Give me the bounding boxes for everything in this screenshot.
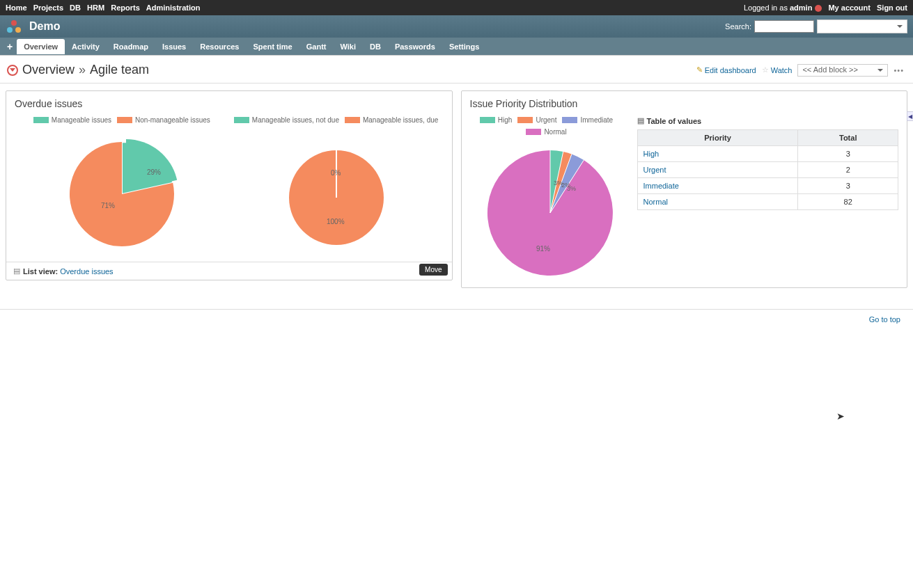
tab-overview[interactable]: Overview <box>17 39 65 54</box>
project-select-value: Demo <box>820 21 841 29</box>
legend-label: Manageable issues <box>52 116 111 124</box>
list-view-label: List view: <box>23 267 58 276</box>
list-icon: ▤ <box>13 267 20 276</box>
table-header-total: Total <box>798 130 898 146</box>
watch-link[interactable]: ☆Watch <box>762 65 793 74</box>
search-label: Search: <box>725 22 751 31</box>
pie-slice-label: 71% <box>101 202 115 209</box>
priority-link-normal[interactable]: Normal <box>643 198 668 206</box>
dashboard-col-left: Overdue issues Manageable issues Non-man… <box>6 90 453 295</box>
svg-point-2 <box>15 27 21 33</box>
project-select[interactable]: Demo <box>817 19 907 33</box>
priority-link-immediate[interactable]: Immediate <box>643 182 679 190</box>
legend-label: Normal <box>544 128 566 136</box>
nav-sign-out[interactable]: Sign out <box>877 3 907 12</box>
new-item-button[interactable]: + <box>3 40 17 54</box>
priority-pie-chart: 3% 2% 3% 91% <box>470 140 623 279</box>
nav-hrm[interactable]: HRM <box>87 3 104 12</box>
legend-label: Manageable issues, due <box>363 116 438 124</box>
legend-label: High <box>498 116 513 124</box>
nav-db[interactable]: DB <box>70 3 81 12</box>
tab-passwords[interactable]: Passwords <box>388 39 442 54</box>
priority-total: 82 <box>798 194 898 210</box>
table-row: Immediate 3 <box>637 178 898 194</box>
tab-spent-time[interactable]: Spent time <box>247 39 299 54</box>
tab-wiki[interactable]: Wiki <box>333 39 363 54</box>
sidebar-collapse-handle[interactable]: ◀ <box>907 111 913 121</box>
pie-slice-label: 91% <box>536 245 550 253</box>
pie-slice-label: 3% <box>567 185 576 192</box>
priority-values-table: Priority Total High 3 Urgent 2 <box>637 129 899 210</box>
swatch-orange-icon <box>117 117 132 123</box>
admin-badge-icon <box>815 5 822 12</box>
legend-label: Immediate <box>580 116 613 124</box>
tab-settings[interactable]: Settings <box>442 39 486 54</box>
priority-legend-row2: Normal <box>470 128 623 136</box>
svg-point-1 <box>7 27 13 33</box>
watch-label: Watch <box>771 66 793 74</box>
nav-home[interactable]: Home <box>6 3 27 12</box>
priority-block-title: Issue Priority Distribution <box>462 91 907 113</box>
star-icon: ☆ <box>762 65 769 74</box>
priority-pie-container: High Urgent Immediate Normal <box>470 116 623 279</box>
edit-dashboard-label: Edit dashboard <box>705 66 756 74</box>
search-input[interactable] <box>754 20 814 33</box>
nav-projects[interactable]: Projects <box>33 3 63 12</box>
pie-slice-label: 0% <box>331 169 341 177</box>
pencil-icon: ✎ <box>696 65 703 74</box>
pie-slice-label: 100% <box>327 218 345 225</box>
priority-link-high[interactable]: High <box>643 150 660 158</box>
collapse-icon[interactable] <box>7 65 18 76</box>
nav-administration[interactable]: Administration <box>146 3 201 12</box>
breadcrumb-leaf: Agile team <box>90 63 149 77</box>
tab-resources[interactable]: Resources <box>193 39 246 54</box>
swatch-green-icon <box>234 117 249 123</box>
more-actions-icon[interactable]: ••• <box>894 66 904 74</box>
overdue-block-title: Overdue issues <box>6 91 452 113</box>
tab-gantt[interactable]: Gantt <box>299 39 334 54</box>
overdue-pie-manageability: Manageable issues Non-manageable issues <box>15 116 229 253</box>
priority-total: 3 <box>798 178 898 194</box>
nav-reports[interactable]: Reports <box>111 3 140 12</box>
dashboard-col-right: Issue Priority Distribution High Urgent … <box>461 90 908 295</box>
table-row: Normal 82 <box>637 194 898 210</box>
swatch-pink-icon <box>526 129 541 135</box>
overdue-pie2-chart: 0% 100% <box>267 128 406 253</box>
tab-issues[interactable]: Issues <box>155 39 193 54</box>
table-header-priority: Priority <box>637 130 798 146</box>
overdue-pie1-chart: 29% 71% <box>52 128 192 253</box>
move-button[interactable]: Move <box>419 264 447 276</box>
dashboard: Overdue issues Manageable issues Non-man… <box>0 90 913 295</box>
edit-dashboard-link[interactable]: ✎Edit dashboard <box>696 65 756 74</box>
legend-label: Non-manageable issues <box>135 116 210 124</box>
table-of-values-label: Table of values <box>647 117 702 125</box>
overdue-block-footer: ▤ List view: Overdue issues <box>6 262 452 280</box>
go-to-top-link[interactable]: Go to top <box>869 315 900 324</box>
nav-my-account[interactable]: My account <box>828 3 871 12</box>
logged-in-user: admin <box>790 3 812 12</box>
legend-label: Manageable issues, not due <box>252 116 339 124</box>
logged-in-label: Logged in as <box>744 3 790 12</box>
top-nav-left: Home Projects DB HRM Reports Administrat… <box>6 3 204 12</box>
table-row: High 3 <box>637 146 898 162</box>
list-view-link[interactable]: Overdue issues <box>60 267 113 276</box>
overdue-pie-due-status: Manageable issues, not due Manageable is… <box>229 116 444 253</box>
swatch-orange-icon <box>345 117 360 123</box>
tab-db[interactable]: DB <box>363 39 388 54</box>
priority-distribution-block: Issue Priority Distribution High Urgent … <box>461 90 908 288</box>
project-title: Demo <box>29 20 60 33</box>
content-header: Overview » Agile team ✎Edit dashboard ☆W… <box>0 56 913 84</box>
tab-activity[interactable]: Activity <box>65 39 107 54</box>
priority-link-urgent[interactable]: Urgent <box>643 166 666 174</box>
list-icon: ▤ <box>637 116 644 125</box>
tab-roadmap[interactable]: Roadmap <box>107 39 155 54</box>
legend-label: Urgent <box>536 116 556 124</box>
priority-total: 2 <box>798 162 898 178</box>
swatch-orange-icon <box>517 117 533 123</box>
overdue-issues-block: Overdue issues Manageable issues Non-man… <box>6 90 453 280</box>
table-of-values-header: ▤ Table of values <box>637 116 899 125</box>
page-actions: ✎Edit dashboard ☆Watch << Add block >> •… <box>696 64 906 77</box>
pie-slice-label: 29% <box>147 168 161 176</box>
page-title: Overview » Agile team <box>7 63 149 77</box>
add-block-select[interactable]: << Add block >> <box>797 64 888 77</box>
